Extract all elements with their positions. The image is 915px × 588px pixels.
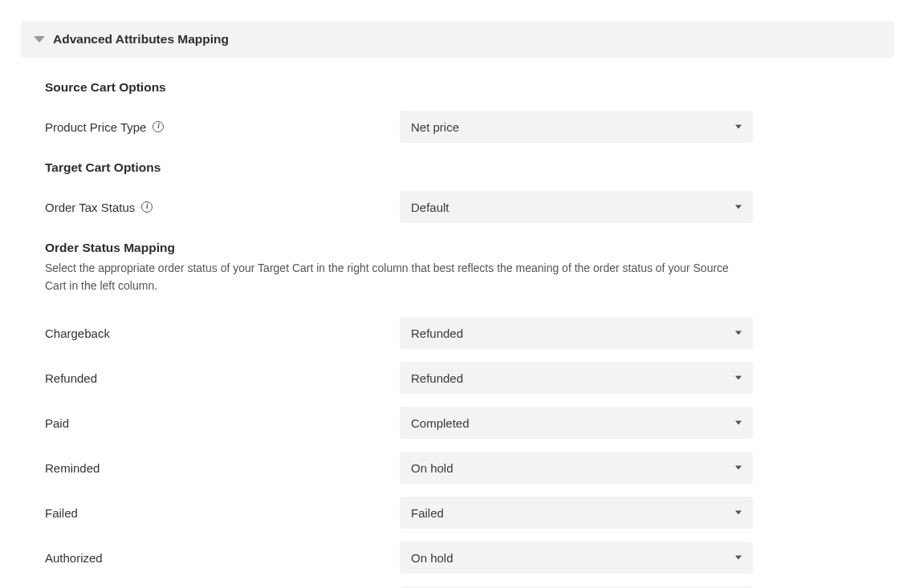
info-icon[interactable]: i <box>152 121 164 132</box>
select-product-price-type[interactable]: Net price <box>400 111 753 143</box>
mapping-row: Failed Failed <box>45 497 870 529</box>
label-product-price-type: Product Price Type <box>45 120 146 134</box>
field-product-price-type: Product Price Type i Net price <box>45 111 870 143</box>
accordion-content: Source Cart Options Product Price Type i… <box>21 58 894 588</box>
info-icon[interactable]: i <box>141 201 152 213</box>
select-mapping-target[interactable]: Refunded <box>400 362 753 394</box>
mapping-source-label: Refunded <box>45 371 97 385</box>
mapping-row: Authorized On hold <box>45 541 870 574</box>
label-order-tax-status: Order Tax Status <box>45 201 135 214</box>
mapping-source-label: Chargeback <box>45 326 110 340</box>
settings-panel: Advanced Attributes Mapping Source Cart … <box>0 0 915 588</box>
section-title-source-cart: Source Cart Options <box>45 80 870 95</box>
mapping-row: Reminded On hold <box>45 452 870 484</box>
accordion-title: Advanced Attributes Mapping <box>53 32 229 47</box>
order-status-mapping-rows: Chargeback Refunded Refunded Refunded <box>45 317 870 588</box>
mapping-row: Chargeback Refunded <box>45 317 870 349</box>
chevron-down-icon <box>34 36 45 43</box>
mapping-source-label: Paid <box>45 416 69 430</box>
select-mapping-target[interactable]: Failed <box>400 497 753 529</box>
mapping-source-label: Authorized <box>45 551 103 565</box>
select-mapping-target[interactable]: On hold <box>400 452 753 484</box>
mapping-row: Paid Completed <box>45 407 870 439</box>
select-order-tax-status[interactable]: Default <box>400 191 753 223</box>
section-title-order-status-mapping: Order Status Mapping <box>45 241 870 255</box>
mapping-row: Refunded Refunded <box>45 362 870 394</box>
accordion-header-advanced-attributes[interactable]: Advanced Attributes Mapping <box>21 21 894 58</box>
select-mapping-target[interactable]: Refunded <box>400 317 753 349</box>
section-description: Select the appropriate order status of y… <box>45 260 743 294</box>
mapping-source-label: Failed <box>45 506 78 520</box>
select-mapping-target[interactable]: On hold <box>400 541 753 574</box>
field-order-tax-status: Order Tax Status i Default <box>45 191 870 223</box>
mapping-source-label: Reminded <box>45 461 100 475</box>
section-title-target-cart: Target Cart Options <box>45 160 870 175</box>
select-mapping-target[interactable]: Completed <box>400 407 753 439</box>
